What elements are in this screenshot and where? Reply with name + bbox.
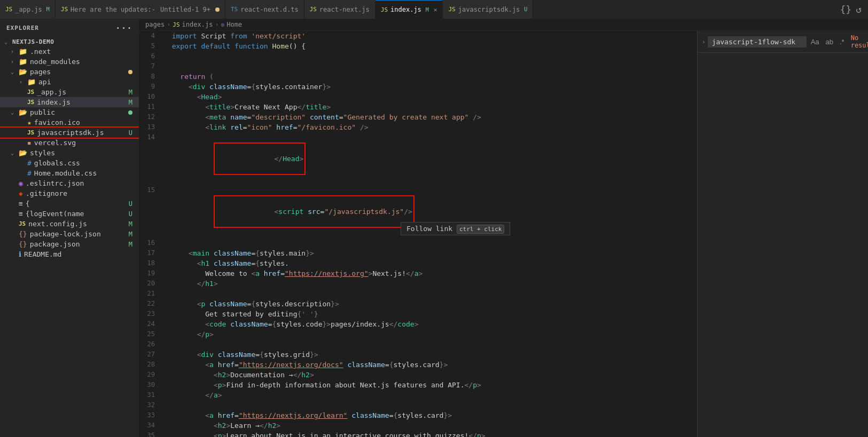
chevron-down-icon: ⌄ xyxy=(4,39,11,45)
code-line-12: 12 <meta name="description" content="Gen… xyxy=(139,112,697,122)
sidebar-item-label: favicon.ico xyxy=(34,118,80,126)
tab-label: react-next.js xyxy=(319,6,370,13)
sidebar-item-pages[interactable]: ⌄ 📂 pages xyxy=(0,67,139,77)
line-number: 9 xyxy=(141,82,163,92)
split-editor-icon[interactable]: {} xyxy=(840,4,851,15)
line-content: <script src="/javascriptsdk.js"/> xyxy=(163,185,697,238)
tab-app-js[interactable]: JS _app.js M xyxy=(0,0,56,19)
sidebar-item-vercel-svg[interactable]: › ▪ vercel.svg xyxy=(0,138,139,148)
sidebar-item-public[interactable]: ⌄ 📂 public xyxy=(0,107,139,117)
match-word-button[interactable]: ab xyxy=(824,37,835,47)
line-number: 18 xyxy=(141,258,163,268)
tab-label: index.js xyxy=(390,6,421,13)
sidebar-item-next-config[interactable]: › JS next.config.js M xyxy=(0,219,139,229)
css-file-icon: # xyxy=(27,159,32,167)
expand-icon[interactable]: › xyxy=(702,38,706,45)
sidebar-item-globals-css[interactable]: › # globals.css xyxy=(0,158,139,168)
code-editor[interactable]: Follow link ctrl + click 4 import Script… xyxy=(139,31,697,437)
sidebar-item-label: index.js xyxy=(37,98,71,106)
line-content: <p className={styles.description}> xyxy=(163,299,697,309)
sidebar-item-app-js[interactable]: › JS _app.js M xyxy=(0,87,139,97)
sidebar-item-favicon[interactable]: › ★ favicon.ico xyxy=(0,117,139,128)
line-number: 22 xyxy=(141,299,163,309)
line-number: 28 xyxy=(141,360,163,370)
unsaved-dot xyxy=(215,7,220,12)
code-line-18: 18 <h1 className={styles. xyxy=(139,258,697,268)
code-line-22: 22 <p className={styles.description}> xyxy=(139,299,697,309)
project-name: NEXTJS-DEMO xyxy=(12,38,54,45)
line-number: 23 xyxy=(141,309,163,319)
code-line-9: 9 <div className={styles.container}> xyxy=(139,82,697,92)
timeline-icon[interactable]: ↺ xyxy=(856,4,862,15)
code-line-8: 8 return ( xyxy=(139,71,697,82)
match-case-button[interactable]: Aa xyxy=(809,37,822,47)
tab-index-js[interactable]: JS index.js M ✕ xyxy=(376,0,443,19)
sidebar-item-styles[interactable]: ⌄ 📂 styles xyxy=(0,148,139,158)
line-number: 8 xyxy=(141,71,163,82)
line-number: 15 xyxy=(141,185,163,195)
line-number: 21 xyxy=(141,289,163,299)
line-number: 27 xyxy=(141,349,163,360)
modified-dot xyxy=(128,70,132,74)
sidebar-item-label: .gitignore xyxy=(26,189,67,197)
tab-react-next[interactable]: JS react-next.js xyxy=(304,0,376,19)
sidebar-item-next[interactable]: › 📁 .next xyxy=(0,46,139,57)
code-line-29: 29 <h2>Documentation →</h2> xyxy=(139,370,697,380)
code-line-28: 28 <a href="https://nextjs.org/docs" cla… xyxy=(139,360,697,370)
line-content: <div className={styles.grid}> xyxy=(163,349,697,360)
breadcrumb-pages: pages xyxy=(145,21,165,28)
line-content: <main className={styles.main}> xyxy=(163,248,697,258)
sidebar-item-readme[interactable]: › ℹ README.md xyxy=(0,249,139,259)
breadcrumb: pages › JS index.js › ⊙ Home xyxy=(139,19,868,31)
sidebar-item-logevent[interactable]: › ≡ {logEvent(name U xyxy=(0,209,139,219)
line-number: 29 xyxy=(141,370,163,380)
line-number: 10 xyxy=(141,92,163,102)
sidebar-item-node-modules[interactable]: › 📁 node_modules xyxy=(0,57,139,67)
chevron-right-icon: › xyxy=(11,59,17,65)
tab-javascriptsdk[interactable]: JS javascriptsdk.js U xyxy=(443,0,533,19)
sidebar-item-javascriptsdk[interactable]: › JS javascriptsdk.js U xyxy=(0,128,139,138)
line-content: <title>Create Next App</title> xyxy=(163,102,697,112)
line-number: 14 xyxy=(141,132,163,142)
line-number: 34 xyxy=(141,420,163,431)
sidebar-more-button[interactable]: ··· xyxy=(115,23,132,33)
sidebar-item-api[interactable]: › 📁 api xyxy=(0,77,139,87)
code-line-25: 25 </p> xyxy=(139,329,697,339)
line-number: 13 xyxy=(141,122,163,132)
code-line-11: 11 <title>Create Next App</title> xyxy=(139,102,697,112)
js-file-icon: JS xyxy=(27,89,34,96)
sidebar-item-label: pages xyxy=(30,68,51,76)
sidebar-item-eslintrc[interactable]: › ◉ .eslintrc.json xyxy=(0,178,139,188)
tab-here-are-updates[interactable]: JS Here are the updates:- Untitled-1 9+ xyxy=(56,0,225,19)
sidebar-item-package-lock[interactable]: › {} package-lock.json M xyxy=(0,229,139,239)
chevron-down-icon: ⌄ xyxy=(11,69,17,75)
folder-icon: 📁 xyxy=(19,47,27,55)
breadcrumb-sep: › xyxy=(167,21,170,28)
sidebar-item-project[interactable]: ⌄ NEXTJS-DEMO xyxy=(0,37,139,46)
line-number: 19 xyxy=(141,268,163,279)
close-tab-button[interactable]: ✕ xyxy=(434,6,437,13)
sidebar-item-bracket1[interactable]: › ≡ { U xyxy=(0,198,139,209)
code-line-16: 16 xyxy=(139,238,697,248)
sidebar-item-home-css[interactable]: › # Home.module.css xyxy=(0,168,139,178)
sidebar-item-gitignore[interactable]: › ◈ .gitignore xyxy=(0,188,139,198)
info-file-icon: ℹ xyxy=(19,250,21,258)
tab-label: _app.js xyxy=(15,6,42,13)
untracked-badge: U xyxy=(129,200,139,208)
line-content: <a href="https://nextjs.org/docs" classN… xyxy=(163,360,697,370)
line-content: <p>Find in-depth information about Next.… xyxy=(163,380,697,390)
line-content: return ( xyxy=(163,71,697,82)
modified-badge: M xyxy=(129,89,139,96)
js-icon: JS xyxy=(310,6,317,13)
code-line-21: 21 xyxy=(139,289,697,299)
sidebar-item-package-json[interactable]: › {} package.json M xyxy=(0,239,139,249)
tab-react-next-d[interactable]: TS react-next.d.ts xyxy=(225,0,304,19)
sidebar-item-label: Home.module.css xyxy=(34,169,97,177)
search-input[interactable] xyxy=(708,36,807,47)
line-content: <meta name="description" content="Genera… xyxy=(163,112,697,122)
regex-button[interactable]: .* xyxy=(838,37,847,47)
line-content: <p>Learn about Next.js in an interactive… xyxy=(163,431,697,437)
sidebar-item-label: package.json xyxy=(30,240,80,248)
code-line-5: 5 export default function Home() { xyxy=(139,41,697,51)
sidebar-item-index-js[interactable]: › JS index.js M xyxy=(0,97,139,107)
